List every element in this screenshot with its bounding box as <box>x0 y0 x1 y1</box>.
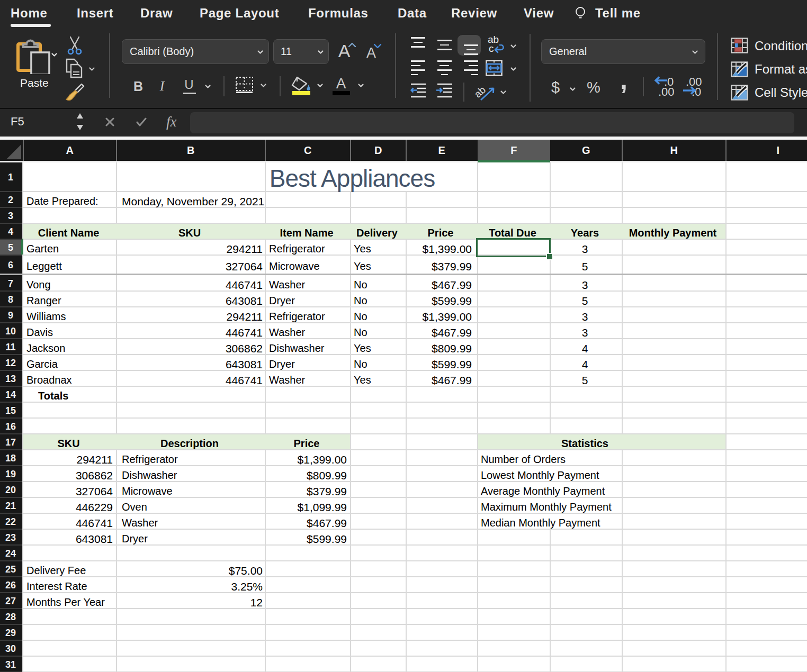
svg-text:.00: .00 <box>658 85 675 96</box>
